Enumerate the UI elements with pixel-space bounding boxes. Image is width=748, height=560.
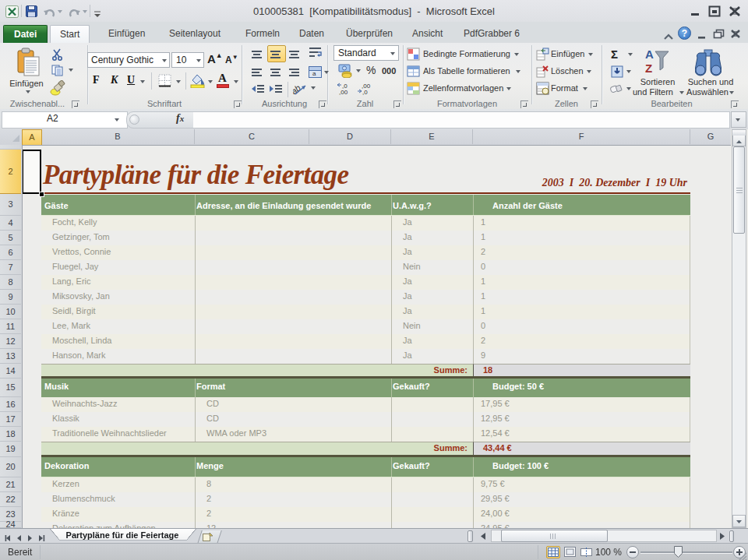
svg-text:a: a — [312, 70, 316, 77]
svg-text:,00: ,00 — [339, 89, 348, 95]
svg-text:,0: ,0 — [362, 89, 368, 95]
svg-text:Z: Z — [645, 62, 652, 75]
svg-text:A: A — [645, 48, 654, 61]
